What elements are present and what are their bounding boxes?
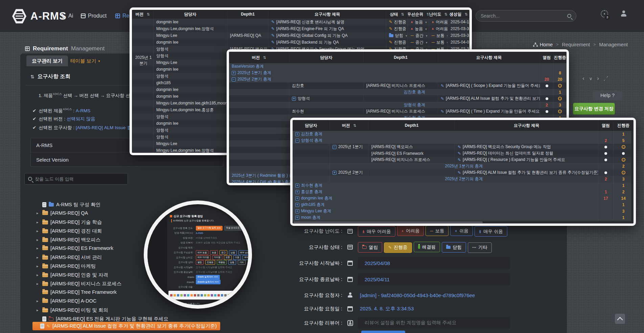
table-row[interactable]: 2025년 1분기 총계8 xyxy=(229,70,567,76)
breadcrumb-home[interactable]: Home xyxy=(533,42,553,47)
nav-item-requirement[interactable]: Re xyxy=(115,13,129,19)
prev-icon[interactable]: ‹ xyxy=(582,75,584,82)
table-row[interactable]: 양형석 총계23 xyxy=(229,102,567,108)
dropdown-caret-icon[interactable] xyxy=(425,40,428,45)
column-header[interactable]: 생성일⇅ xyxy=(448,10,469,19)
difficulty-button-어려움[interactable]: ∧어려움 xyxy=(397,225,424,236)
vertical-scrollbar[interactable] xyxy=(631,131,634,221)
tree-caret-icon[interactable]: ▸ xyxy=(37,220,40,224)
column-header[interactable]: 진행중 xyxy=(554,52,567,63)
table-row[interactable]: 2025년 1분기의 총계2 xyxy=(293,163,634,169)
dropdown-caret-icon[interactable] xyxy=(425,33,428,38)
status-button-닫힘[interactable]: 닫힘 xyxy=(442,242,466,253)
tree-caret-icon[interactable]: ▸ xyxy=(37,282,40,286)
fullscreen-icon[interactable] xyxy=(604,76,608,81)
column-header[interactable]: 담당자 xyxy=(154,10,227,19)
table-row[interactable]: [ARMS-REQ] ES Framework[ARMS-REQ] 데이터는 최… xyxy=(293,150,634,157)
tree-caret-icon[interactable]: ▸ xyxy=(37,246,40,251)
tree-item[interactable]: ▸[ARMS-REQ] 서버 관리 xyxy=(37,254,102,261)
column-header[interactable]: 버전⇅ xyxy=(132,10,154,19)
column-header[interactable]: Depth1 xyxy=(227,10,269,19)
table-row[interactable]: 2025년 1분기[ARMS-REQ] 백오피스[ARMS-REQ] 백오피스 … xyxy=(293,144,634,150)
help-button[interactable]: Help ? xyxy=(593,91,622,100)
column-header[interactable]: Depth1 xyxy=(369,120,455,131)
sort-icon[interactable]: ⇅ xyxy=(146,12,150,17)
table-row[interactable]: dongmin lee[ARMS-REQ] 신경호 변리사님께 설명진행중높음어… xyxy=(132,19,469,25)
tree-item[interactable]: ▸[ARMS-REQ] 인증 및 자격 xyxy=(37,272,108,278)
collapse-icon[interactable]: ∨ xyxy=(589,76,593,81)
node-search-input[interactable] xyxy=(35,176,124,182)
tree-caret-icon[interactable]: ▸ xyxy=(37,238,40,242)
tab-requirement-view[interactable]: 요구관리 보기 xyxy=(26,55,68,66)
next-icon[interactable]: › xyxy=(597,75,599,82)
column-header[interactable]: 담당자 xyxy=(289,52,364,63)
difficulty-button-매우 쉬움[interactable]: ∨∨매우 쉬움 xyxy=(475,226,507,237)
tree-caret-icon[interactable]: ▸ xyxy=(37,255,40,260)
column-header[interactable]: 요구사항 제목 xyxy=(455,120,598,131)
sort-icon[interactable]: ⇅ xyxy=(353,123,356,128)
tree-item[interactable]: ▸[ARMS-REQ] 백오피스 xyxy=(37,237,100,243)
column-header[interactable]: 요구사항 제목 xyxy=(269,10,386,19)
table-row[interactable]: 2025년 2분기[ARMS-REQ] ALM Issue 컬럼 추가 및 현황… xyxy=(293,169,634,176)
save-requirement-button[interactable]: 요구사항 변경 저장 xyxy=(573,103,615,115)
minus-icon[interactable] xyxy=(295,139,299,143)
table-row[interactable]: [ARMS-REQ] 비지니스 프로세스[ARMS-REQ] ( Resourc… xyxy=(293,157,634,163)
nav-item-ai[interactable]: Ai xyxy=(60,13,73,19)
tree-item[interactable]: ▸[ARMS-REQ] QA xyxy=(37,210,88,216)
tree-item[interactable]: ▸[ARMS-REQ] 기술 학습 xyxy=(37,219,102,225)
tree-caret-icon[interactable]: ▸ xyxy=(37,273,40,277)
tree-item[interactable]: ▸[ARMS-REQ] 경진 대회 xyxy=(37,228,102,234)
column-header[interactable]: 상태⇅ xyxy=(386,10,408,19)
table-row[interactable]: Mingyu Lee,dongmin lee,양형석[ARMS-REQ] Eng… xyxy=(132,25,469,32)
tree-caret-icon[interactable]: ▸ xyxy=(37,299,40,303)
status-button-해결됨[interactable]: 해결됨 xyxy=(414,242,440,252)
plus-icon[interactable] xyxy=(295,190,299,194)
horizontal-scrollbar[interactable] xyxy=(293,221,634,223)
table-row[interactable]: 김찬호 총계1 xyxy=(229,89,567,95)
plus-icon[interactable] xyxy=(295,203,299,207)
table-row[interactable]: 김찬호[ARMS-REQ] 비지니스 프로세스[ARMS-REQ] ( Scop… xyxy=(229,82,567,89)
plus-icon[interactable] xyxy=(292,97,296,101)
table-row[interactable]: BaseVersion 총계 xyxy=(229,63,567,70)
sort-icon[interactable]: ⇅ xyxy=(263,55,266,60)
sort-icon[interactable]: ⇅ xyxy=(464,12,467,17)
minus-icon[interactable] xyxy=(232,77,236,81)
sort-icon[interactable]: ⇅ xyxy=(426,12,429,17)
table-row[interactable]: 최수현[ARMS-REQ] 비지니스 프로세스[ARMS-REQ] ( Time… xyxy=(229,108,567,115)
breadcrumb-management[interactable]: Management xyxy=(599,42,628,47)
status-button-진행중[interactable]: ✎진행중 xyxy=(384,242,412,253)
nav-item-product[interactable]: Product xyxy=(81,13,107,19)
plus-icon[interactable] xyxy=(295,196,299,200)
start-date-input[interactable]: 2025/04/08 xyxy=(358,257,510,269)
dropdown-caret-icon[interactable] xyxy=(424,20,427,24)
plus-icon[interactable] xyxy=(332,171,337,175)
tree-item[interactable]: ▸[ARMS-REQ] 비지니스 프로세스 xyxy=(37,281,121,287)
table-row[interactable]: 2025년 2분기 총계2020 xyxy=(229,76,567,82)
tree-caret-icon[interactable]: ▸ xyxy=(37,229,40,233)
plus-icon[interactable] xyxy=(232,71,236,75)
column-header[interactable]: Depth1 xyxy=(364,52,438,63)
dropdown-caret-icon[interactable] xyxy=(405,33,407,38)
tree-item[interactable]: [ARMS-REQ] Tree Framework xyxy=(37,289,117,295)
breadcrumb-requirement[interactable]: Requirement xyxy=(562,42,590,47)
table-row[interactable]: dongmin lee 총계1714 xyxy=(293,195,634,201)
column-header[interactable]: 버전⇅ xyxy=(330,120,369,131)
table-row[interactable]: dongmin lee[ARMS-REQ] Backend 의 기능 QA진행중… xyxy=(132,39,469,46)
table-row[interactable]: gkfn185 총계1 xyxy=(293,201,634,208)
column-header[interactable]: 난이도⇅ xyxy=(429,10,448,19)
tree-caret-icon[interactable]: ▸ xyxy=(37,308,40,312)
tree-item[interactable]: ▸[ARMS-REQ] A-DOC xyxy=(37,298,96,304)
tree-item[interactable]: [ARMS-REQ] ES 전용 게시판 기능을 구현해 주세요 xyxy=(37,316,168,322)
reviewer-input[interactable]: 리뷰어 설정을 위한 계정명을 입력해 주세요 xyxy=(358,317,510,329)
tree-item[interactable]: A-RMS 팀 구성 확인 xyxy=(37,201,100,208)
column-header[interactable]: 열림 xyxy=(540,52,554,63)
sort-icon[interactable]: ⇅ xyxy=(444,12,447,17)
difficulty-button-쉬움[interactable]: ∨쉬움 xyxy=(450,225,473,236)
status-button-기타[interactable]: ⋯기타 xyxy=(468,242,492,253)
status-button-열림[interactable]: 열림 xyxy=(358,242,382,253)
tree-caret-icon[interactable]: ▸ xyxy=(37,211,40,215)
column-header[interactable]: 버전⇅ xyxy=(229,52,289,63)
table-row[interactable]: 김찬호 총계1 xyxy=(293,131,634,137)
column-header[interactable]: 우선순위⇅ xyxy=(408,10,429,19)
difficulty-button-매우 어려움[interactable]: ∧∧매우 어려움 xyxy=(358,226,395,237)
